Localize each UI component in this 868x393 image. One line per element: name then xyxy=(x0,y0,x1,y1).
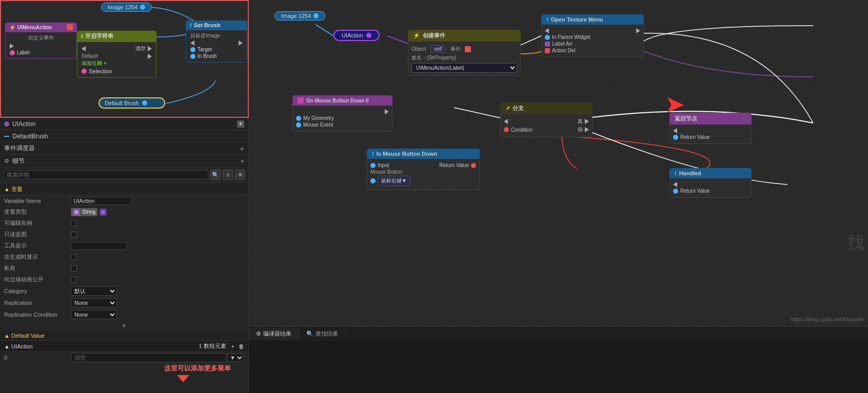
my-geo-label: My Geometry xyxy=(303,115,334,121)
compile-results-tab[interactable]: ⚙ 编译器结果 xyxy=(249,328,299,340)
expand-arrow[interactable]: ▼ xyxy=(0,321,248,331)
var-type-value: ⊞ String ⊞ xyxy=(71,208,107,216)
replication-select[interactable]: None xyxy=(71,298,117,307)
target-label: Target xyxy=(198,47,212,52)
open-texture-menu-node[interactable]: f Open Texture Menu In Parent Widget Lab… xyxy=(541,14,644,57)
var-type-label: 变量类型 xyxy=(4,208,71,216)
search-icon[interactable]: 🔍 xyxy=(210,170,221,180)
tooltip-input[interactable] xyxy=(71,242,127,250)
target-pin xyxy=(190,47,195,52)
editable-row: 可编辑实例 xyxy=(0,218,248,229)
add-pin-label[interactable]: 添加引脚 + xyxy=(82,60,107,67)
event-scheduler-bar[interactable]: 事件调度器 + xyxy=(0,142,248,155)
is-mouse-body: Input Return Value Mouse Button 鼠标右键▼ xyxy=(367,159,480,190)
image-node-right[interactable]: Image 1254 xyxy=(274,11,325,20)
eye-icon[interactable]: 👁 xyxy=(235,170,245,180)
image-out-pin xyxy=(140,5,145,10)
editable-checkbox[interactable] xyxy=(71,220,77,226)
mouse-event-label: Mouse Event xyxy=(303,122,333,128)
ot-exec-out xyxy=(636,28,640,33)
dropdown-container[interactable]: UIMenuAction(Label) xyxy=(411,63,517,73)
condition-label: Condition xyxy=(511,127,532,133)
mouse-down-icon xyxy=(298,97,304,104)
uiaction-out-pin xyxy=(366,33,371,38)
find-results-tab[interactable]: 🔍 查找结果 xyxy=(299,328,346,340)
output-content xyxy=(249,341,868,349)
return-node-body: Return Value xyxy=(669,125,752,144)
watermark: https://blog.csdn.net/KKsuser xyxy=(791,316,864,322)
array-item-select[interactable]: ▼ xyxy=(227,354,244,362)
return-val-label: Return Value xyxy=(680,134,710,140)
ui-menu-node[interactable]: ⚡ UIMenuAction 自定义事件 Label xyxy=(5,23,77,59)
category-row: Category 默认 xyxy=(0,285,248,297)
left-panel: ⚡ UIMenuAction 自定义事件 Label Image 1254 xyxy=(0,0,249,393)
add-array-btn[interactable]: + xyxy=(231,343,234,349)
false-pin xyxy=(585,127,589,132)
mouse-event-pin xyxy=(296,122,301,128)
image-node-left[interactable]: Image 1254 xyxy=(101,3,152,12)
string-dots-icon[interactable]: ⊞ xyxy=(100,209,107,216)
show-at-spawn-row: 在生成时显示 xyxy=(0,252,248,263)
clear-label: 清空 xyxy=(135,45,146,52)
readonly-checkbox[interactable] xyxy=(71,232,77,238)
add-btn[interactable]: + xyxy=(240,144,244,153)
setbrush-exec-out xyxy=(239,40,243,46)
editable-label: 可编辑实例 xyxy=(4,219,71,227)
variable-name-input[interactable] xyxy=(71,197,132,205)
close-icon[interactable]: × xyxy=(241,158,244,165)
event-scheduler-label: 事件调度器 xyxy=(4,144,35,153)
default-label: Default xyxy=(82,53,98,59)
list-icon[interactable]: ≡ xyxy=(223,170,233,180)
label-arr-label: Label Arr xyxy=(552,41,573,47)
private-checkbox[interactable] xyxy=(71,265,77,272)
private-row: 私有 xyxy=(0,263,248,274)
uiaction-scroll[interactable]: ▼ xyxy=(237,120,244,128)
branch-icon: ↗ xyxy=(505,105,510,112)
show-at-spawn-checkbox[interactable] xyxy=(71,254,77,260)
array-item-input[interactable] xyxy=(71,353,226,362)
array-count: 1 数组元素 xyxy=(199,342,226,350)
handled-exec-in xyxy=(673,182,677,187)
return-node[interactable]: 返回节点 Return Value xyxy=(669,113,752,144)
mouse-exec-out xyxy=(385,109,389,114)
expose-cinematic-label: 向过场动画公开 xyxy=(4,276,71,283)
branch-node[interactable]: ↗ 分支 真 Condition 假 xyxy=(500,102,593,137)
default-value-header[interactable]: ▲ Default Value xyxy=(0,331,248,341)
string-node-header: 开启字符串 xyxy=(85,32,113,40)
uimenu-dropdown[interactable]: UIMenuAction(Label) xyxy=(411,63,517,73)
replication-condition-select[interactable]: None xyxy=(71,310,117,319)
blueprint-canvas-right[interactable]: ➤ ➤ Image 1254 UIAction ⚡ 创建事件 xyxy=(249,0,868,326)
branch-body: 真 Condition 假 xyxy=(500,114,593,137)
handled-node[interactable]: f Handled Return Value xyxy=(669,168,752,198)
create-event-node[interactable]: ⚡ 创建事件 Object self 事件 签名：(StrProperty) U… xyxy=(408,30,521,76)
expose-cinematic-checkbox[interactable] xyxy=(71,277,77,283)
uiaction-icon xyxy=(4,121,9,127)
var-type-row: 变量类型 ⊞ String ⊞ xyxy=(0,206,248,218)
array-label: ▲ UIAction xyxy=(4,343,33,349)
properties-panel: ▲ 变量 Variable Name 变量类型 ⊞ String ⊞ xyxy=(0,182,248,393)
uiaction-array-header[interactable]: ▲ UIAction 1 数组元素 + 🗑 xyxy=(0,341,248,352)
string-type-icon: ⊞ xyxy=(73,209,80,216)
self-badge[interactable]: self xyxy=(430,45,446,53)
label-arr-pin xyxy=(545,42,550,47)
category-label: Category xyxy=(4,288,71,294)
setbrush-node[interactable]: f Set Brush 目标是Image Target In Brush xyxy=(186,20,247,63)
search-input[interactable] xyxy=(3,170,208,179)
del-array-btn[interactable]: 🗑 xyxy=(239,343,244,349)
blueprint-canvas-left[interactable]: ⚡ UIMenuAction 自定义事件 Label Image 1254 xyxy=(0,0,249,118)
defaultbrush-node[interactable]: Default Brush xyxy=(98,97,165,109)
image-node-left-label: Image 1254 xyxy=(108,4,137,10)
category-select[interactable]: 默认 xyxy=(71,286,117,296)
array-item-value: ▼ xyxy=(71,353,244,362)
gear-icon: ⚙ xyxy=(4,158,9,164)
string-node[interactable]: f 开启字符串 清空 Default 添加引脚 + xyxy=(77,31,156,78)
create-event-header: 创建事件 xyxy=(423,32,445,39)
variables-section-header[interactable]: ▲ 变量 xyxy=(0,184,248,195)
branch-exec-in xyxy=(504,119,508,124)
is-mouse-button-node[interactable]: f Is Mouse Button Down Input Return Valu… xyxy=(367,149,480,190)
find-icon: 🔍 xyxy=(306,330,313,337)
on-mouse-down-node[interactable]: On Mouse Button Down 0 My Geometry Mouse… xyxy=(292,95,392,132)
mouse-btn-dropdown[interactable]: 鼠标右键▼ xyxy=(378,176,410,186)
uiaction-oval-node[interactable]: UIAction xyxy=(333,30,380,41)
true-label: 真 xyxy=(578,118,583,125)
